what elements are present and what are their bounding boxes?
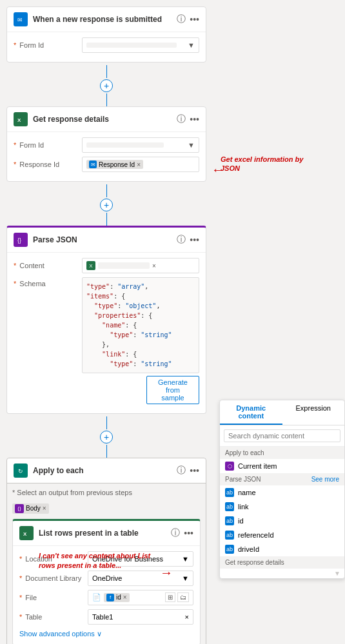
dynamic-item-driveId[interactable]: ab driveId bbox=[220, 542, 344, 556]
link-label: link bbox=[238, 503, 249, 511]
excel-icon-1: X bbox=[14, 112, 28, 126]
id-label: id bbox=[238, 517, 244, 525]
parse-json-icon: {} bbox=[14, 233, 28, 247]
form-id-row: * Form Id ▼ bbox=[14, 37, 199, 53]
trigger-actions: ⓘ ••• bbox=[177, 14, 199, 25]
get-response-actions: ⓘ ••• bbox=[177, 113, 199, 125]
svg-text:X: X bbox=[23, 531, 27, 537]
list-rows-more-btn[interactable]: ••• bbox=[184, 528, 193, 538]
connector-1 bbox=[6, 65, 206, 78]
apply-icon: ↻ bbox=[14, 463, 28, 478]
dynamic-section-get-response: Get response details bbox=[220, 556, 344, 569]
get-response-card: X Get response details ⓘ ••• * Form Id ▼ bbox=[6, 106, 206, 182]
form-id-dropdown[interactable]: ▼ bbox=[82, 37, 199, 53]
parse-json-card: {} Parse JSON ⓘ ••• * Content X × bbox=[6, 226, 206, 414]
excel-icon-2: X bbox=[19, 526, 34, 540]
referenceId-label: referenceId bbox=[238, 531, 274, 539]
trigger-icon: ✉ bbox=[14, 12, 28, 26]
connector-2b bbox=[6, 213, 206, 226]
parse-json-info-btn[interactable]: ⓘ bbox=[177, 234, 186, 246]
plus-btn-1[interactable]: + bbox=[100, 79, 113, 92]
list-rows-actions: ⓘ ••• bbox=[171, 527, 193, 539]
list-rows-header: X List rows present in a table ⓘ ••• bbox=[13, 521, 200, 546]
trigger-more-btn[interactable]: ••• bbox=[190, 14, 199, 24]
parse-json-title: Parse JSON bbox=[33, 235, 172, 244]
get-response-info-btn[interactable]: ⓘ bbox=[177, 113, 186, 125]
plus-3: + bbox=[6, 431, 206, 444]
apply-to-each-header: ↻ Apply to each ⓘ ••• bbox=[7, 458, 206, 483]
current-item-item[interactable]: ⬡ Current item bbox=[220, 459, 344, 473]
show-advanced[interactable]: Show advanced options ∨ bbox=[19, 629, 193, 639]
plus-btn-2[interactable]: + bbox=[100, 199, 113, 211]
dynamic-item-id[interactable]: ab id bbox=[220, 514, 344, 528]
dynamic-item-link[interactable]: ab link bbox=[220, 500, 344, 514]
see-more-btn[interactable]: See more bbox=[311, 476, 339, 483]
bottom-annotation: I can't see any content about List rows … bbox=[39, 551, 152, 571]
dynamic-content-panel: Dynamic content Expression Apply to each… bbox=[219, 400, 345, 579]
parse-json-body: * Content X × * Schema "type": "array", … bbox=[7, 253, 206, 413]
table-value: Table1 bbox=[92, 613, 113, 621]
dynamic-content-tab[interactable]: Dynamic content bbox=[220, 400, 282, 425]
response-id-row: * Response Id ✉ Response Id × bbox=[14, 157, 199, 172]
response-id-token: ✉ Response Id × bbox=[86, 160, 143, 169]
svg-text:{}: {} bbox=[17, 237, 21, 244]
file-browse-btn[interactable]: ⊞ bbox=[165, 592, 175, 602]
dynamic-search-area bbox=[220, 425, 344, 447]
content-token-close[interactable]: × bbox=[152, 262, 156, 269]
connector-1b bbox=[6, 93, 206, 106]
file-id-token-close[interactable]: × bbox=[123, 594, 127, 601]
get-response-form-id-dropdown[interactable]: ▼ bbox=[82, 137, 199, 153]
body-token-container: {} Body × bbox=[12, 503, 201, 514]
response-id-token-text: Response Id bbox=[99, 161, 135, 168]
dynamic-section-apply: Apply to each bbox=[220, 447, 344, 459]
file-id-token-text: id bbox=[116, 594, 121, 601]
doc-library-label: * Document Library bbox=[19, 574, 84, 582]
parse-json-more-btn[interactable]: ••• bbox=[190, 235, 199, 245]
top-arrow-left: ← bbox=[212, 162, 224, 177]
dynamic-search-input[interactable] bbox=[224, 429, 340, 442]
trigger-card-header: ✉ When a new response is submitted ⓘ ••• bbox=[7, 7, 206, 32]
plus-1: + bbox=[6, 79, 206, 92]
top-annotation: Get excel information by JSON bbox=[221, 155, 314, 173]
plus-btn-3[interactable]: + bbox=[100, 431, 113, 444]
table-dropdown[interactable]: Table1 × bbox=[88, 609, 193, 625]
apply-more-btn[interactable]: ••• bbox=[190, 465, 199, 476]
table-row-field: * Table Table1 × bbox=[19, 609, 193, 625]
content-row: * Content X × bbox=[14, 258, 199, 273]
get-response-header: X Get response details ⓘ ••• bbox=[7, 107, 206, 132]
connector-3 bbox=[6, 416, 206, 429]
get-response-body: * Form Id ▼ * Response Id ✉ Response Id … bbox=[7, 132, 206, 181]
body-token-close[interactable]: × bbox=[43, 505, 46, 512]
current-item-label: Current item bbox=[238, 462, 277, 470]
connector-3b bbox=[6, 445, 206, 458]
get-response-form-id-label: * Form Id bbox=[14, 141, 78, 149]
dynamic-item-name[interactable]: ab name bbox=[220, 485, 344, 500]
list-rows-title: List rows present in a table bbox=[39, 529, 166, 538]
name-label: name bbox=[238, 489, 256, 496]
response-id-token-close[interactable]: × bbox=[137, 161, 141, 168]
file-row: * File 📄 f id × ⊞ 🗂 bbox=[19, 590, 193, 605]
trigger-info-btn[interactable]: ⓘ bbox=[177, 14, 186, 25]
scroll-indicator: ▼ bbox=[220, 569, 344, 578]
doc-library-value: OneDrive bbox=[92, 574, 122, 582]
response-id-field[interactable]: ✉ Response Id × bbox=[82, 157, 199, 172]
parse-json-actions: ⓘ ••• bbox=[177, 234, 199, 246]
dynamic-item-referenceId[interactable]: ab referenceId bbox=[220, 528, 344, 542]
content-field[interactable]: X × bbox=[82, 258, 199, 273]
generate-sample-btn[interactable]: Generate from sample bbox=[146, 376, 199, 404]
doc-library-dropdown[interactable]: OneDrive ▼ bbox=[88, 571, 193, 586]
file-id-token: f id × bbox=[104, 593, 130, 602]
response-id-label: * Response Id bbox=[14, 161, 78, 168]
get-response-more-btn[interactable]: ••• bbox=[190, 114, 199, 124]
expression-tab[interactable]: Expression bbox=[282, 400, 345, 425]
driveId-label: driveId bbox=[238, 545, 259, 553]
apply-to-each-actions: ⓘ ••• bbox=[177, 465, 199, 476]
apply-info-btn[interactable]: ⓘ bbox=[177, 465, 186, 476]
svg-text:✉: ✉ bbox=[17, 17, 23, 23]
file-field[interactable]: 📄 f id × ⊞ 🗂 bbox=[88, 590, 193, 605]
file-folder-btn[interactable]: 🗂 bbox=[177, 592, 189, 602]
select-output-row: * Select an output from previous steps bbox=[12, 489, 201, 499]
schema-label: * Schema bbox=[14, 277, 78, 288]
list-rows-info-btn[interactable]: ⓘ bbox=[171, 527, 180, 539]
get-response-form-id-row: * Form Id ▼ bbox=[14, 137, 199, 153]
